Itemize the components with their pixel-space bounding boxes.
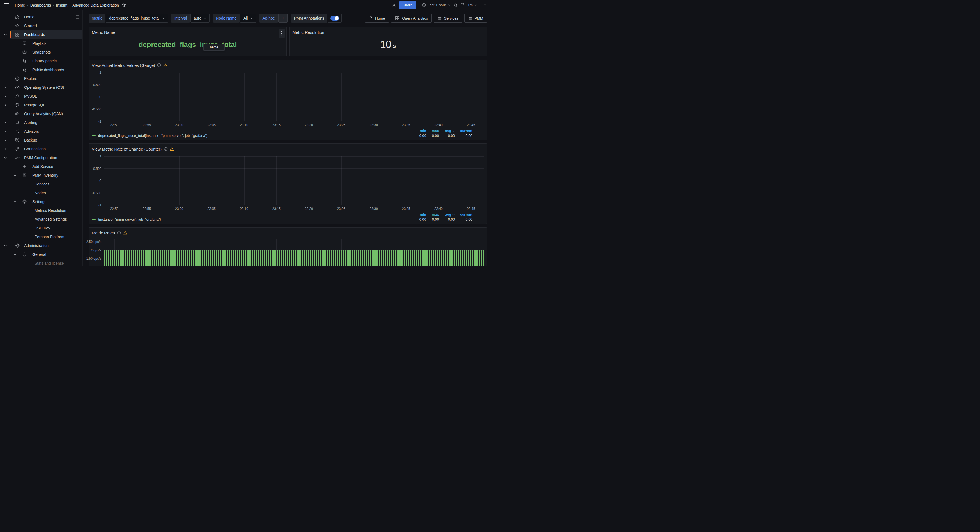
y-axis-tick: 1.50 ops/s xyxy=(86,257,102,260)
sidebar-item-playlists[interactable]: Playlists xyxy=(12,39,83,48)
legend-series-name[interactable]: {instance="pmm-server", job="grafana"} xyxy=(92,218,414,221)
sidebar-item-explore[interactable]: Explore xyxy=(0,74,83,83)
favorite-star-icon[interactable] xyxy=(122,3,126,7)
breadcrumb-item-dashboards[interactable]: Dashboards xyxy=(30,3,51,8)
legend-sort-min[interactable]: min xyxy=(414,129,426,133)
sidebar-item-starred[interactable]: Starred xyxy=(0,21,83,30)
warning-icon[interactable] xyxy=(123,231,127,235)
clock-icon xyxy=(422,3,426,7)
chevron-down-icon xyxy=(474,3,477,6)
sidebar-item-administration[interactable]: Administration xyxy=(0,241,83,250)
chart-plot[interactable] xyxy=(104,73,484,121)
sidebar-item-alerting[interactable]: Alerting xyxy=(0,118,83,127)
sidebar-item-advisors[interactable]: Advisors xyxy=(0,127,83,136)
sidebar-item-add-service[interactable]: Add Service xyxy=(12,162,83,171)
link-button-pmm[interactable]: PMM xyxy=(465,14,487,22)
sidebar-item-general[interactable]: General xyxy=(12,250,83,259)
chevron-right-icon[interactable] xyxy=(0,121,10,124)
sidebar-item-percona-platform[interactable]: Percona Platform xyxy=(24,232,83,241)
breadcrumb-item-insight[interactable]: Insight xyxy=(56,3,67,8)
legend-sort-min[interactable]: min xyxy=(414,213,426,216)
legend-sort-avg[interactable]: avg xyxy=(439,129,455,133)
time-range-picker[interactable]: Last 1 hour xyxy=(422,3,451,7)
info-icon[interactable] xyxy=(164,147,168,151)
legend-series-name[interactable]: deprecated_flags_inuse_total{instance="p… xyxy=(92,133,414,138)
dashboard-settings-button[interactable] xyxy=(392,3,396,8)
node-name-variable-select[interactable]: All xyxy=(240,14,256,22)
chart-plot[interactable] xyxy=(104,156,484,205)
sidebar-item-operating-system-os[interactable]: Operating System (OS) xyxy=(0,83,83,92)
adhoc-filter-label[interactable]: Ad-hoc xyxy=(259,14,278,22)
sidebar-item-connections[interactable]: Connections xyxy=(0,145,83,153)
link-button-query-analytics[interactable]: Query Analytics xyxy=(391,14,432,22)
zoom-out-button[interactable] xyxy=(453,3,458,8)
sidebar-item-query-analytics-qan[interactable]: Query Analytics (QAN) xyxy=(0,110,83,118)
panel-menu-kebab-icon[interactable] xyxy=(278,29,285,38)
collapse-topbar-button[interactable] xyxy=(483,3,487,7)
refresh-button[interactable] xyxy=(461,3,465,7)
info-icon[interactable] xyxy=(157,63,161,67)
legend-sort-avg[interactable]: avg xyxy=(439,213,455,216)
warning-icon[interactable] xyxy=(170,147,174,151)
sidebar-item-home[interactable]: Home xyxy=(0,13,83,21)
sidebar-item-postgresql[interactable]: PostgreSQL xyxy=(0,100,83,110)
link-button-services[interactable]: Services xyxy=(434,14,462,22)
warning-icon[interactable] xyxy=(163,63,167,67)
y-axis: 10.5000-0.500-1 xyxy=(92,156,104,205)
node-name-variable-label[interactable]: Node Name xyxy=(213,14,240,22)
chevron-right-icon[interactable] xyxy=(0,148,10,151)
sidebar-item-dashboards[interactable]: Dashboards xyxy=(0,30,83,39)
chart-plot[interactable] xyxy=(104,239,484,266)
add-filter-button[interactable]: + xyxy=(278,14,288,22)
chevron-right-icon[interactable] xyxy=(0,95,10,98)
chevron-right-icon[interactable] xyxy=(0,139,10,142)
pmm-annotations-toggle[interactable] xyxy=(328,14,342,22)
chevron-down-icon[interactable] xyxy=(12,253,18,256)
chevron-down-icon[interactable] xyxy=(12,200,18,203)
sidebar-item-nodes[interactable]: Nodes xyxy=(24,189,83,197)
chevron-down-icon[interactable] xyxy=(0,244,10,247)
sidebar-item-services[interactable]: Services xyxy=(24,180,83,189)
metric-variable-select[interactable]: deprecated_flags_inuse_total xyxy=(106,14,168,22)
breadcrumb-item-advanced-data-exploration[interactable]: Advanced Data Exploration xyxy=(72,3,119,8)
chevron-down-icon[interactable] xyxy=(12,174,18,177)
breadcrumb-item-home[interactable]: Home xyxy=(15,3,25,8)
sidebar-item-settings[interactable]: Settings xyxy=(12,197,83,206)
sidebar-item-label: MySQL xyxy=(24,94,37,98)
legend-sort-current[interactable]: current xyxy=(455,129,473,133)
info-icon[interactable] xyxy=(117,231,121,235)
interval-variable-label[interactable]: Interval xyxy=(171,14,190,22)
share-button[interactable]: Share xyxy=(399,2,416,9)
sidebar-item-metrics-resolution[interactable]: Metrics Resolution xyxy=(24,206,83,215)
sidebar-item-pmm-inventory[interactable]: PMM Inventory xyxy=(12,171,83,180)
chevron-down-icon[interactable] xyxy=(0,156,10,159)
sidebar-item-library-panels[interactable]: Library panels xyxy=(12,57,83,65)
sidebar-item-ssh-key[interactable]: SSH Key xyxy=(24,224,83,232)
sidebar-item-mysql[interactable]: MySQL xyxy=(0,92,83,100)
chevron-right-icon[interactable] xyxy=(0,130,10,133)
sidebar-item-pmm-configuration[interactable]: PMM Configuration xyxy=(0,153,83,162)
interval-variable-select[interactable]: auto xyxy=(191,14,210,22)
chevron-right-icon[interactable] xyxy=(0,86,10,89)
legend-sort-current[interactable]: current xyxy=(455,213,473,216)
x-axis-tick: 22:50 xyxy=(110,207,118,211)
menu-toggle-icon[interactable] xyxy=(3,1,11,10)
refresh-interval-picker[interactable]: 1m xyxy=(468,3,477,7)
legend-sort-max[interactable]: max xyxy=(426,129,439,133)
mountain-icon xyxy=(15,155,20,160)
sidebar-item-stats-and-license[interactable]: Stats and license xyxy=(24,259,83,266)
chevron-right-icon[interactable] xyxy=(0,103,10,106)
legend-sort-max[interactable]: max xyxy=(426,213,439,216)
link-button-home[interactable]: Home xyxy=(365,14,389,22)
y-axis-tick: -0.500 xyxy=(92,191,102,195)
sidebar-item-public-dashboards[interactable]: Public dashboards xyxy=(12,65,83,74)
sidebar-item-advanced-settings[interactable]: Advanced Settings xyxy=(24,215,83,224)
variable-node-name: Node Name All xyxy=(213,14,256,22)
breadcrumb-separator: › xyxy=(27,3,28,7)
chevron-down-icon[interactable] xyxy=(0,33,10,36)
sidebar-item-backup[interactable]: Backup xyxy=(0,136,83,145)
sidebar-item-snapshots[interactable]: Snapshots xyxy=(12,48,83,57)
metric-variable-label[interactable]: metric xyxy=(89,14,105,22)
dock-sidebar-icon[interactable] xyxy=(75,15,80,19)
topbar-controls: Share Last 1 hour 1m xyxy=(392,2,487,9)
